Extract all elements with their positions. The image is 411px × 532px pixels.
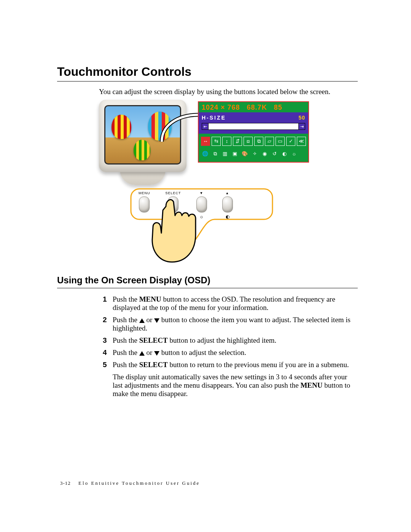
- closing-paragraph: The display unit automatically saves the…: [113, 373, 358, 398]
- down-triangle-icon: [154, 351, 159, 356]
- menu-button-label: MENU: [139, 191, 150, 195]
- controls-figure: 1024 × 768 68.7K 85 H-SIZE 50 ⇤ ⇥ ↔ ⇆ ↕: [99, 100, 312, 260]
- pincushion-icon: ⧈: [244, 137, 253, 146]
- input-icon: ⧉: [211, 150, 219, 158]
- pointing-hand-icon: [148, 195, 213, 267]
- osd-icon: ▣: [231, 150, 239, 158]
- subheading-rule: [57, 288, 358, 288]
- osd-slider: ⇤ ⇥: [202, 123, 305, 130]
- list-item: 3 Push the SELECT button to adjust the h…: [103, 336, 358, 345]
- select-button-label: SELECT: [166, 191, 181, 195]
- contrast-icon: ◐: [280, 150, 288, 158]
- list-item: 4 Push the or button to adjust the selec…: [103, 348, 358, 357]
- balloon-icon: [134, 140, 150, 160]
- v-pos-icon: ⇵: [233, 137, 242, 146]
- v-size-icon: ↕: [222, 137, 231, 146]
- list-item: 1 Push the MENU button to access the OSD…: [103, 295, 358, 312]
- osd-vfreq: 85: [274, 104, 282, 112]
- heading-rule: [57, 81, 358, 81]
- up-triangle-icon: [139, 351, 145, 356]
- up-triangle-icon: [139, 318, 145, 323]
- intro-paragraph: You can adjust the screen display by usi…: [99, 88, 358, 96]
- color-icon: 🎨: [241, 150, 249, 158]
- arrow-right-icon: ⇥: [298, 123, 305, 129]
- subsection-heading: Using the On Screen Display (OSD): [57, 275, 358, 286]
- list-item: 2 Push the or button to choose the item …: [103, 316, 358, 332]
- pinbalance-icon: ⧉: [254, 137, 263, 146]
- h-size-icon: ↔: [201, 137, 210, 146]
- osd-resolution: 1024 × 768: [202, 104, 240, 112]
- footer-page-number: 3-12: [60, 480, 71, 486]
- brightness-icon: ☼: [290, 150, 298, 158]
- osd-steps-list: 1 Push the MENU button to access the OSD…: [103, 295, 358, 369]
- osd-param-label: H-SIZE: [202, 115, 226, 121]
- osd-param-value: 50: [298, 115, 305, 121]
- halftone-icon: ▥: [221, 150, 229, 158]
- contrast-icon: ◐: [226, 214, 229, 220]
- parallel-icon: ▭: [276, 137, 285, 146]
- down-button-symbol: ▼: [200, 191, 204, 195]
- osd-icon-row-2: 🌐 ⧉ ▥ ▣ 🎨 ✧ ◉ ↺ ◐ ☼: [201, 150, 306, 158]
- osd-icon-row-1: ↔ ⇆ ↕ ⇵ ⧈ ⧉ ▱ ▭ ✓ ≪: [201, 137, 306, 146]
- down-triangle-icon: [154, 318, 159, 323]
- more-icon: ≪: [297, 137, 306, 146]
- language-icon: 🌐: [201, 150, 209, 158]
- recall-icon: ↺: [270, 150, 279, 158]
- zoom-icon: ✓: [286, 137, 295, 146]
- osd-hfreq: 68.7K: [247, 104, 267, 112]
- up-button-symbol: ▲: [226, 191, 229, 195]
- balloon-icon: [112, 115, 131, 139]
- footer-title: Elo Entuitive Touchmonitor User Guide: [78, 480, 200, 486]
- degauss-icon: ✧: [250, 150, 259, 158]
- trapezoid-icon: ▱: [265, 137, 274, 146]
- h-pos-icon: ⇆: [212, 137, 221, 146]
- arrow-left-icon: ⇤: [202, 123, 209, 129]
- up-button[interactable]: [222, 197, 233, 212]
- page-footer: 3-12 Elo Entuitive Touchmonitor User Gui…: [60, 480, 200, 486]
- osd-panel: 1024 × 768 68.7K 85 H-SIZE 50 ⇤ ⇥ ↔ ⇆ ↕: [198, 101, 309, 163]
- list-item: 5 Push the SELECT button to return to th…: [103, 361, 358, 369]
- moire-icon: ◉: [260, 150, 269, 158]
- section-heading: Touchmonitor Controls: [57, 65, 358, 79]
